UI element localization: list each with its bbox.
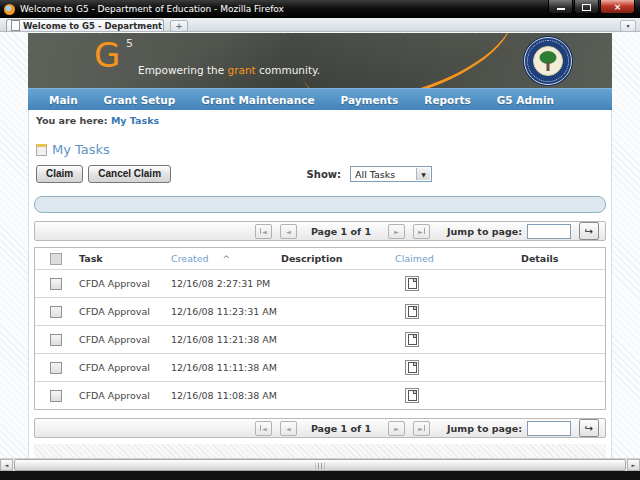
jump-go-button[interactable]: ↪ (579, 419, 599, 437)
page-title: My Tasks (52, 142, 110, 157)
new-tab-button[interactable]: + (170, 20, 188, 32)
last-page-button[interactable]: ► (413, 421, 430, 436)
breadcrumb-current-link[interactable]: My Tasks (111, 115, 159, 126)
scroll-right-button[interactable]: ► (627, 459, 640, 471)
page-status: Page 1 of 1 (311, 423, 371, 434)
nav-item-main[interactable]: Main (36, 94, 91, 106)
maximize-button[interactable] (574, 0, 599, 14)
jump-to-page-input[interactable] (527, 421, 571, 436)
prev-page-button[interactable]: ◄ (280, 224, 297, 239)
firefox-icon (4, 4, 15, 15)
scroll-right-icon: ► (632, 462, 636, 468)
tab-title: Welcome to G5 - Department of Edu... (23, 21, 164, 31)
page-status: Page 1 of 1 (311, 226, 371, 237)
nav-item-g5-admin[interactable]: G5 Admin (484, 94, 567, 106)
table-header-row: Task Created^ Description Claimed Detail… (35, 248, 605, 269)
last-page-icon: ► (418, 228, 423, 235)
jump-go-button[interactable]: ↪ (579, 222, 599, 240)
header-created-sort-link[interactable]: Created (171, 253, 209, 264)
scroll-left-button[interactable]: ◄ (0, 459, 13, 471)
maximize-icon (582, 4, 591, 11)
row-checkbox[interactable] (50, 390, 62, 402)
window-bottom-edge (0, 471, 640, 480)
first-page-button[interactable]: ◄ (255, 421, 272, 436)
cancel-claim-button[interactable]: Cancel Claim (88, 165, 171, 183)
g5-logo-sup: 5 (126, 37, 133, 50)
go-arrow-icon: ↪ (585, 226, 593, 237)
scrollbar-thumb[interactable] (14, 459, 626, 471)
page-icon (11, 20, 20, 31)
next-page-button[interactable]: ► (388, 224, 405, 239)
browser-tab[interactable]: Welcome to G5 - Department of Edu... (6, 19, 164, 31)
select-all-checkbox[interactable] (50, 253, 62, 265)
window-titlebar: Welcome to G5 - Department of Education … (0, 0, 640, 18)
task-created: 12/16/08 11:11:38 AM (169, 362, 279, 373)
nav-item-grant-setup[interactable]: Grant Setup (91, 94, 189, 106)
scroll-left-icon: ◄ (5, 462, 9, 468)
tasks-table: Task Created^ Description Claimed Detail… (34, 247, 606, 410)
seal-inner (533, 46, 563, 76)
minimize-button[interactable] (548, 0, 573, 14)
nav-item-grant-maintenance[interactable]: Grant Maintenance (188, 94, 327, 106)
claim-document-button[interactable] (405, 304, 419, 319)
table-row: CFDA Approval 12/16/08 11:11:38 AM (35, 353, 605, 381)
row-checkbox[interactable] (50, 306, 62, 318)
close-icon: × (614, 2, 622, 12)
claim-document-button[interactable] (405, 388, 419, 403)
main-panel: You are here: My Tasks My Tasks Claim Ca… (28, 110, 612, 458)
header-details: Details (519, 253, 605, 264)
row-checkbox[interactable] (50, 278, 62, 290)
first-page-icon: ◄ (262, 228, 267, 235)
prev-page-button[interactable]: ◄ (280, 421, 297, 436)
show-tasks-select[interactable]: All Tasks ▼ (350, 166, 432, 182)
page-content: G 5 Empowering the grant community. Main… (28, 32, 612, 458)
window-title: Welcome to G5 - Department of Education … (20, 4, 636, 14)
header-description: Description (279, 253, 393, 264)
row-checkbox[interactable] (50, 362, 62, 374)
document-icon (408, 278, 417, 289)
page-title-row: My Tasks (36, 142, 606, 157)
last-page-button[interactable]: ► (413, 224, 430, 239)
nav-item-payments[interactable]: Payments (328, 94, 412, 106)
jump-to-page-input[interactable] (527, 224, 571, 239)
chevron-down-icon: ▼ (416, 168, 430, 180)
first-page-button[interactable]: ◄ (255, 224, 272, 239)
document-icon (408, 390, 417, 401)
first-page-icon: ◄ (262, 425, 267, 432)
task-created: 12/16/08 2:27:31 PM (169, 278, 279, 289)
task-name: CFDA Approval (77, 362, 169, 373)
task-name: CFDA Approval (77, 278, 169, 289)
tasks-icon (36, 144, 47, 156)
seal-tree-icon (540, 51, 557, 64)
jump-to-page-label: Jump to page: (447, 423, 522, 434)
chevron-down-icon: ▾ (626, 22, 629, 29)
claim-button[interactable]: Claim (36, 165, 83, 183)
window-controls: × (547, 0, 635, 14)
claim-document-button[interactable] (405, 276, 419, 291)
task-name: CFDA Approval (77, 334, 169, 345)
document-icon (408, 306, 417, 317)
task-name: CFDA Approval (77, 390, 169, 401)
next-page-button[interactable]: ► (388, 421, 405, 436)
scrollbar-grip-icon (316, 463, 325, 469)
nav-item-reports[interactable]: Reports (411, 94, 483, 106)
tab-list-button[interactable]: ▾ (620, 20, 636, 32)
g5-logo: G (94, 38, 120, 72)
task-name: CFDA Approval (77, 306, 169, 317)
status-message-bar (34, 196, 606, 213)
table-row: CFDA Approval 12/16/08 11:21:38 AM (35, 325, 605, 353)
claim-document-button[interactable] (405, 332, 419, 347)
header-claimed-sort-link[interactable]: Claimed (395, 253, 434, 264)
show-label: Show: (307, 169, 341, 180)
minimize-icon (557, 8, 565, 10)
task-created: 12/16/08 11:23:31 AM (169, 306, 279, 317)
claim-document-button[interactable] (405, 360, 419, 375)
horizontal-scrollbar[interactable]: ◄ ► (0, 458, 640, 471)
row-checkbox[interactable] (50, 334, 62, 346)
document-icon (408, 334, 417, 345)
banner-tagline: Empowering the grant community. (138, 64, 320, 76)
table-row: CFDA Approval 12/16/08 11:23:31 AM (35, 297, 605, 325)
jump-to-page-label: Jump to page: (447, 226, 522, 237)
close-button[interactable]: × (600, 0, 635, 14)
next-page-icon: ► (394, 425, 399, 432)
